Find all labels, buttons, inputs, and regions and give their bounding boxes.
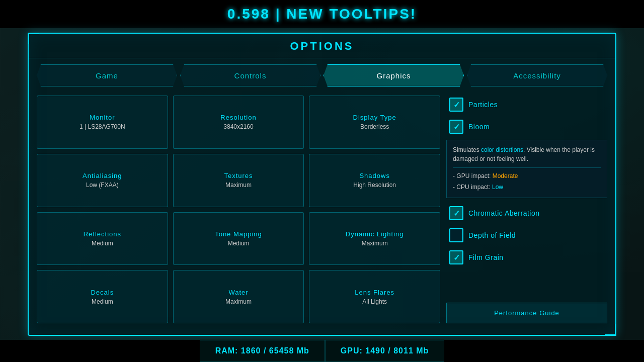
setting-dynamic-lighting-label: Dynamic Lighting xyxy=(346,230,404,238)
gpu-stat: GPU: 1490 / 8011 Mb xyxy=(325,340,445,362)
checkbox-depth-of-field[interactable]: Depth of Field xyxy=(446,226,607,244)
setting-antialiasing[interactable]: Antialiasing Low (FXAA) xyxy=(37,154,168,207)
bottom-bar: RAM: 1860 / 65458 Mb GPU: 1490 / 8011 Mb xyxy=(0,340,644,362)
tab-accessibility[interactable]: Accessibility xyxy=(467,64,607,86)
checkbox-depth-of-field-box[interactable] xyxy=(449,228,463,242)
setting-decals-value: Medium xyxy=(92,298,113,305)
checkbox-depth-of-field-label: Depth of Field xyxy=(468,231,516,239)
setting-reflections-value: Medium xyxy=(92,240,113,247)
top-bar: 0.598 | NEW TOOLTIPS! xyxy=(0,0,644,28)
setting-tone-mapping-label: Tone Mapping xyxy=(215,230,262,238)
setting-monitor-value: 1 | LS28AG700N xyxy=(79,123,125,130)
tabs-bar: Game Controls Graphics Accessibility xyxy=(29,58,615,86)
setting-water-value: Maximum xyxy=(225,298,252,305)
setting-reflections-label: Reflections xyxy=(84,230,121,238)
right-panel: ✓ Particles ✓ Bloom Simulates color dist… xyxy=(446,96,607,323)
setting-display-type-label: Display Type xyxy=(353,114,396,121)
setting-reflections[interactable]: Reflections Medium xyxy=(37,212,168,265)
setting-monitor-label: Monitor xyxy=(90,114,115,121)
checkbox-film-grain-label: Film Grain xyxy=(468,253,504,261)
setting-display-type[interactable]: Display Type Borderless xyxy=(309,96,440,149)
setting-resolution-value: 3840x2160 xyxy=(223,123,253,130)
setting-lens-flares[interactable]: Lens Flares All Lights xyxy=(309,270,440,323)
checkbox-chromatic-aberration-label: Chromatic Aberration xyxy=(468,209,540,217)
setting-textures-value: Maximum xyxy=(225,182,252,189)
tooltip-text: Simulates color distortions. Visible whe… xyxy=(453,145,601,163)
checkbox-particles-label: Particles xyxy=(468,101,498,109)
settings-grid: Monitor 1 | LS28AG700N Resolution 3840x2… xyxy=(37,96,440,323)
setting-display-type-value: Borderless xyxy=(360,123,389,130)
performance-guide-button[interactable]: Performance Guide xyxy=(446,303,607,323)
checkbox-chromatic-aberration-box[interactable]: ✓ xyxy=(449,206,463,220)
setting-antialiasing-value: Low (FXAA) xyxy=(86,182,119,189)
setting-dynamic-lighting[interactable]: Dynamic Lighting Maximum xyxy=(309,212,440,265)
setting-resolution-label: Resolution xyxy=(220,114,256,121)
setting-antialiasing-label: Antialiasing xyxy=(83,172,122,179)
checkbox-bloom-label: Bloom xyxy=(468,123,490,131)
setting-water[interactable]: Water Maximum xyxy=(173,270,304,323)
tab-controls[interactable]: Controls xyxy=(180,64,320,86)
setting-tone-mapping[interactable]: Tone Mapping Medium xyxy=(173,212,304,265)
content-area: Monitor 1 | LS28AG700N Resolution 3840x2… xyxy=(29,86,615,332)
ram-stat: RAM: 1860 / 65458 Mb xyxy=(200,340,325,362)
tab-game[interactable]: Game xyxy=(37,64,177,86)
setting-dynamic-lighting-value: Maximum xyxy=(362,240,388,247)
checkmark-icon: ✓ xyxy=(453,209,460,218)
setting-lens-flares-label: Lens Flares xyxy=(355,289,394,296)
checkbox-film-grain-box[interactable]: ✓ xyxy=(449,250,463,264)
setting-monitor[interactable]: Monitor 1 | LS28AG700N xyxy=(37,96,168,149)
checkbox-bloom-box[interactable]: ✓ xyxy=(449,120,463,134)
tooltip-impact: - GPU impact: Moderate - CPU impact: Low xyxy=(453,171,601,193)
panel-header: OPTIONS xyxy=(29,34,615,58)
checkbox-chromatic-aberration[interactable]: ✓ Chromatic Aberration xyxy=(446,204,607,222)
checkbox-particles-box[interactable]: ✓ xyxy=(449,98,463,112)
checkbox-bloom[interactable]: ✓ Bloom xyxy=(446,118,607,136)
setting-textures-label: Textures xyxy=(224,172,253,179)
checkmark-icon: ✓ xyxy=(453,253,460,262)
checkmark-icon: ✓ xyxy=(453,122,460,132)
setting-water-label: Water xyxy=(228,289,248,296)
setting-lens-flares-value: All Lights xyxy=(362,298,387,305)
setting-decals[interactable]: Decals Medium xyxy=(37,270,168,323)
panel-title: OPTIONS xyxy=(290,40,354,52)
setting-tone-mapping-value: Medium xyxy=(228,240,250,247)
setting-resolution[interactable]: Resolution 3840x2160 xyxy=(173,96,304,149)
checkbox-film-grain[interactable]: ✓ Film Grain xyxy=(446,248,607,266)
tab-graphics[interactable]: Graphics xyxy=(324,64,464,86)
checkmark-icon: ✓ xyxy=(453,100,460,110)
setting-shadows[interactable]: Shadows High Resolution xyxy=(309,154,440,207)
setting-decals-label: Decals xyxy=(91,289,114,296)
tooltip-box: Simulates color distortions. Visible whe… xyxy=(446,140,607,198)
setting-shadows-value: High Resolution xyxy=(353,182,396,189)
main-panel: OPTIONS Game Controls Graphics Accessibi… xyxy=(28,33,616,336)
tooltip-divider xyxy=(453,167,601,168)
checkbox-particles[interactable]: ✓ Particles xyxy=(446,96,607,114)
setting-shadows-label: Shadows xyxy=(359,172,389,179)
setting-textures[interactable]: Textures Maximum xyxy=(173,154,304,207)
top-bar-title: 0.598 | NEW TOOLTIPS! xyxy=(227,6,417,22)
